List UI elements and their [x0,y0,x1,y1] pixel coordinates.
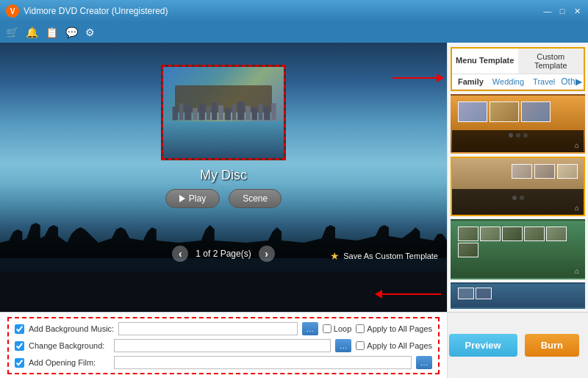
prev-page-button[interactable]: ‹ [172,246,188,262]
arrow-line-2 [382,293,441,295]
disc-title[interactable]: My Disc [200,168,247,183]
thumb-water [163,121,284,158]
cart-icon[interactable]: 🛒 [6,26,18,38]
settings-icon[interactable]: ⚙ [85,26,95,38]
template-2-photos [458,164,578,179]
preview-button[interactable]: Preview [449,334,517,357]
thumb-inner [163,67,284,158]
burn-button[interactable]: Burn [525,334,579,357]
svg-rect-14 [264,107,270,120]
svg-rect-4 [199,104,205,120]
disc-thumbnail [161,65,286,160]
apply-all-2-label: Apply to All Pages [367,341,432,350]
close-button[interactable]: ✕ [572,6,582,16]
title-bar: V Vidmore DVD Creator (Unregistered) — □… [0,0,588,22]
t3-photo-3 [502,227,523,241]
template-tabs: Menu Template Custom Template Family Wed… [451,47,585,91]
play-icon [179,195,185,202]
opening-film-browse-button[interactable]: … [416,356,432,369]
main-content: My Disc Play Scene ‹ 1 of 2 Page(s) › ★ … [0,43,588,378]
action-row: No Menu Back Preview Burn [448,312,588,378]
maximize-button[interactable]: □ [557,6,567,16]
t2-photo-3 [557,164,578,179]
template-tab-row: Menu Template Custom Template [452,49,584,74]
t3-photo-2 [480,227,501,241]
bg-music-checkbox[interactable] [15,324,24,334]
options-arrow-annotation [375,290,441,299]
opening-film-input[interactable] [114,356,412,369]
t4-photo-1 [458,288,474,299]
svg-rect-1 [179,103,184,120]
t2-photo-2 [534,164,555,179]
t1-photo-3 [521,101,551,122]
change-bg-checkbox[interactable] [15,341,24,351]
loop-option: Loop [323,324,351,333]
thumb-city-svg [169,96,278,124]
svg-rect-9 [232,104,237,120]
options-inner: Add Background Music: … Loop Apply to Al… [7,317,440,374]
change-bg-browse-button[interactable]: … [335,339,351,352]
template-item-3[interactable]: ⌂ [451,219,585,279]
page-info: 1 of 2 Page(s) [196,249,251,259]
minimize-button[interactable]: — [542,6,553,16]
app-title: Vidmore DVD Creator (Unregistered) [24,6,542,16]
next-page-button[interactable]: › [259,246,275,262]
svg-rect-0 [173,107,178,120]
template-item-1[interactable]: ⌂ [451,94,585,154]
opening-film-label: Add Opening Film: [29,358,110,367]
more-categories-button[interactable]: Oth▶ [561,76,581,87]
chat-icon[interactable]: 💬 [65,26,78,38]
svg-rect-8 [225,108,231,121]
bg-music-browse-button[interactable]: … [302,322,318,335]
apply-all-1-checkbox[interactable] [356,324,365,333]
app-logo: V [6,4,19,18]
scene-button[interactable]: Scene [229,189,282,208]
window-controls[interactable]: — □ ✕ [542,6,582,16]
template-1-silhouette [452,130,584,152]
apply-all-1-label: Apply to All Pages [367,324,432,333]
custom-template-tab[interactable]: Custom Template [518,49,584,74]
play-button[interactable]: Play [165,189,220,208]
svg-rect-10 [237,101,244,120]
tab-arrow-annotation [392,74,444,82]
loop-checkbox[interactable] [323,324,331,333]
t1-photo-2 [490,101,519,122]
preview-area: My Disc Play Scene ‹ 1 of 2 Page(s) › ★ … [0,43,447,312]
svg-rect-6 [212,102,217,120]
travel-category[interactable]: Travel [530,76,558,87]
template-3-photos [458,227,578,257]
play-scene-buttons: Play Scene [165,189,282,208]
svg-rect-3 [193,108,197,121]
t3-photo-6 [458,243,478,257]
template-2-silhouette [452,189,584,215]
svg-rect-15 [271,103,276,120]
change-bg-input[interactable] [114,339,331,352]
bg-music-label: Add Background Music: [29,324,114,333]
clipboard-icon[interactable]: 📋 [46,26,58,38]
svg-rect-12 [252,107,257,121]
apply-all-2-checkbox[interactable] [356,341,365,350]
toolbar: 🛒 🔔 📋 💬 ⚙ [0,22,588,43]
t1-photo-1 [458,101,487,122]
opening-film-checkbox[interactable] [15,358,24,368]
svg-rect-11 [245,106,250,120]
save-template-label: Save As Custom Template [343,252,438,260]
template-item-4[interactable] [451,282,585,309]
home-icon-2: ⌂ [575,204,579,212]
left-panel: My Disc Play Scene ‹ 1 of 2 Page(s) › ★ … [0,43,447,378]
template-item-2[interactable]: ⌂ [451,157,585,216]
bg-music-row: Add Background Music: … Loop Apply to Al… [15,322,432,335]
right-panel: Menu Template Custom Template Family Wed… [447,43,588,378]
svg-rect-7 [219,105,223,120]
family-category[interactable]: Family [455,76,487,87]
wedding-category[interactable]: Wedding [490,76,527,87]
bg-music-input[interactable] [118,322,298,335]
notification-icon[interactable]: 🔔 [26,26,38,38]
home-icon-3: ⌂ [575,267,579,275]
t3-photo-1 [458,227,478,241]
save-template-button[interactable]: ★ Save As Custom Template [330,250,438,262]
apply-all-1-option: Apply to All Pages [356,324,432,333]
arrow-line [392,77,437,79]
t4-photo-2 [476,288,492,299]
menu-template-tab[interactable]: Menu Template [452,49,518,74]
